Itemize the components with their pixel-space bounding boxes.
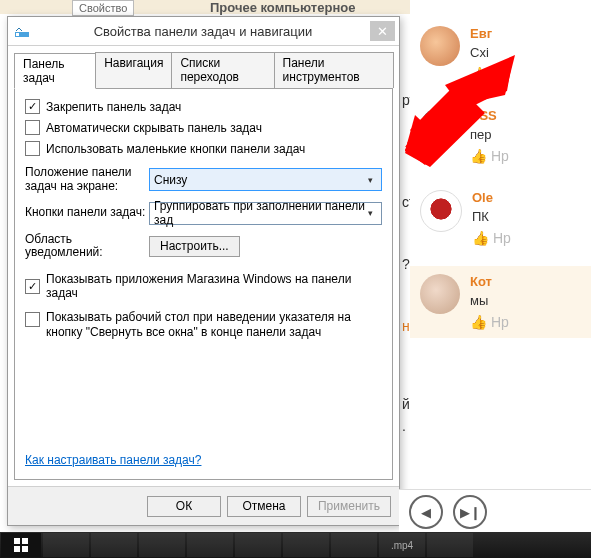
ok-button[interactable]: ОК [147, 496, 221, 517]
like-icon[interactable]: 👍 Нр [472, 230, 591, 246]
taskbar-app[interactable] [139, 533, 185, 557]
start-button[interactable] [1, 533, 41, 557]
dialog-button-bar: ОК Отмена Применить [8, 486, 399, 525]
comments-column: Евг Схі 👍 Нр USS пер 👍 Нр Ole ПК 👍 Нр Ко… [410, 0, 591, 488]
svg-rect-12 [14, 546, 20, 552]
tab-panel-taskbar: Закрепить панель задач Автоматически скр… [14, 88, 393, 480]
comment-text: Схі [470, 45, 591, 60]
svg-rect-11 [22, 538, 28, 544]
like-icon[interactable]: 👍 Нр [470, 314, 591, 330]
label-lock-taskbar: Закрепить панель задач [46, 100, 181, 114]
taskbar-properties-dialog: Свойства панели задач и навигации ✕ Пане… [7, 16, 400, 526]
select-buttons[interactable]: Группировать при заполнении панели зад ▾ [149, 202, 382, 225]
tab-strip: Панель задач Навигация Списки переходов … [14, 52, 393, 88]
close-button[interactable]: ✕ [370, 21, 395, 41]
comment-text: пер [470, 127, 591, 142]
tab-jumplists[interactable]: Списки переходов [171, 52, 274, 88]
chevron-down-icon: ▾ [363, 206, 378, 221]
comment-item: USS пер 👍 Нр [410, 102, 591, 170]
system-icon [14, 23, 30, 39]
comment-text: мы [470, 293, 591, 308]
taskbar-app[interactable] [235, 533, 281, 557]
chevron-down-icon: ▾ [363, 172, 378, 187]
label-autohide: Автоматически скрывать панель задач [46, 121, 262, 135]
avatar[interactable] [420, 274, 460, 314]
taskbar-app[interactable] [91, 533, 137, 557]
svg-rect-13 [22, 546, 28, 552]
checkbox-autohide[interactable] [25, 120, 40, 135]
tab-taskbar[interactable]: Панель задач [14, 53, 96, 89]
svg-rect-10 [14, 538, 20, 544]
taskbar-app[interactable] [187, 533, 233, 557]
label-notification-area: Область уведомлений: [25, 233, 149, 261]
avatar[interactable] [420, 26, 460, 66]
comment-author[interactable]: USS [470, 108, 591, 123]
comment-item: Ole ПК 👍 Нр [410, 184, 591, 252]
apply-button[interactable]: Применить [307, 496, 391, 517]
label-peek: Показывать рабочий стол при наведении ук… [46, 310, 382, 340]
avatar[interactable] [420, 190, 462, 232]
windows-taskbar: .mp4 [0, 532, 591, 558]
select-position[interactable]: Снизу ▾ [149, 168, 382, 191]
bg-tab: Свойство [72, 0, 134, 16]
tab-navigation[interactable]: Навигация [95, 52, 172, 88]
like-icon[interactable]: 👍 Нр [470, 66, 591, 82]
comment-author[interactable]: Ole [472, 190, 591, 205]
help-link[interactable]: Как настраивать панели задач? [25, 453, 382, 467]
comment-item-reply: Кот мы 👍 Нр [410, 266, 591, 338]
select-position-value: Снизу [154, 173, 187, 187]
tab-toolbars[interactable]: Панели инструментов [274, 52, 394, 88]
label-position: Положение панели задач на экране: [25, 166, 149, 194]
checkbox-store-apps[interactable] [25, 279, 40, 294]
dialog-title: Свойства панели задач и навигации [36, 24, 370, 39]
comment-item: Евг Схі 👍 Нр [410, 20, 591, 88]
comment-author[interactable]: Кот [470, 274, 591, 289]
select-buttons-value: Группировать при заполнении панели зад [154, 199, 377, 227]
label-store-apps: Показывать приложения Магазина Windows н… [46, 272, 382, 300]
next-button[interactable]: ▶❙ [453, 495, 487, 529]
cancel-button[interactable]: Отмена [227, 496, 301, 517]
comment-author[interactable]: Евг [470, 26, 591, 41]
prev-button[interactable]: ◀ [409, 495, 443, 529]
taskbar-app[interactable] [43, 533, 89, 557]
bg-text-fragment: . [402, 418, 406, 434]
label-small-buttons: Использовать маленькие кнопки панели зад… [46, 142, 305, 156]
svg-rect-1 [16, 33, 19, 36]
avatar[interactable] [420, 108, 460, 148]
comment-text: ПК [472, 209, 591, 224]
checkbox-lock-taskbar[interactable] [25, 99, 40, 114]
taskbar-app[interactable] [331, 533, 377, 557]
taskbar-app[interactable] [427, 533, 473, 557]
taskbar-file[interactable]: .mp4 [379, 533, 425, 557]
label-buttons: Кнопки панели задач: [25, 206, 149, 220]
checkbox-peek[interactable] [25, 312, 40, 327]
checkbox-small-buttons[interactable] [25, 141, 40, 156]
titlebar: Свойства панели задач и навигации ✕ [8, 17, 399, 46]
taskbar-app[interactable] [283, 533, 329, 557]
like-icon[interactable]: 👍 Нр [470, 148, 591, 164]
bg-heading: Прочее компьютерное [210, 0, 355, 15]
customize-button[interactable]: Настроить... [149, 236, 240, 257]
media-controls: ◀ ▶❙ [399, 489, 591, 534]
